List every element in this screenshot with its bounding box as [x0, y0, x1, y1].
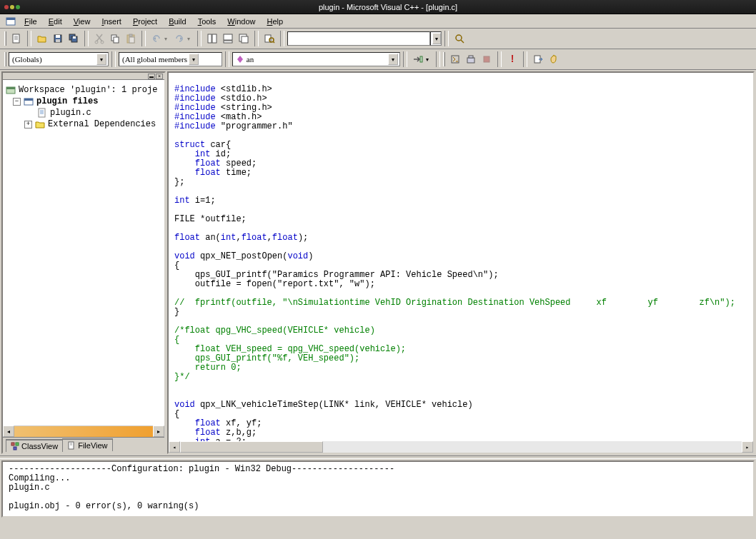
- collapse-icon[interactable]: −: [13, 98, 21, 106]
- tree-project[interactable]: −plugin files: [6, 96, 161, 107]
- workspace-tree[interactable]: Workspace 'plugin': 1 proje −plugin file…: [3, 80, 164, 425]
- goto-dropdown[interactable]: ▾: [426, 56, 433, 63]
- find-combo[interactable]: [287, 31, 430, 46]
- output-window-icon[interactable]: [220, 31, 236, 46]
- go-icon[interactable]: [530, 51, 546, 67]
- titlebar: plugin - Microsoft Visual C++ - [plugin.…: [0, 0, 756, 14]
- members-combo-text: (All global members: [122, 55, 187, 64]
- tree-file-label: plugin.c: [50, 108, 91, 118]
- scroll-track[interactable]: [14, 425, 153, 437]
- menu-file[interactable]: FFileile: [19, 16, 43, 27]
- menu-window[interactable]: Window: [222, 16, 261, 27]
- save-all-icon[interactable]: [66, 31, 81, 46]
- svg-rect-47: [14, 447, 16, 450]
- tree-hscroll[interactable]: ◂ ▸: [3, 425, 164, 437]
- menu-edit[interactable]: Edit: [43, 16, 68, 27]
- undo-icon[interactable]: [149, 31, 164, 46]
- search-icon[interactable]: [452, 31, 467, 46]
- tree-file[interactable]: plugin.c: [6, 107, 161, 119]
- tree-extdep[interactable]: +External Dependencies: [6, 119, 161, 130]
- find-in-files-icon[interactable]: [262, 31, 277, 46]
- output-splitter[interactable]: [0, 455, 756, 459]
- svg-rect-38: [6, 87, 15, 89]
- svg-rect-17: [129, 34, 132, 36]
- editor-scroll-left-icon[interactable]: ◂: [169, 441, 180, 453]
- window-control-dots: [4, 5, 20, 9]
- svg-point-28: [456, 35, 462, 41]
- scope-combo-text: (Globals): [12, 55, 42, 64]
- folder-icon: [35, 119, 45, 129]
- window-title: plugin - Microsoft Visual C++ - [plugin.…: [20, 3, 756, 11]
- svg-rect-1: [6, 18, 15, 20]
- minimize-dot[interactable]: [10, 5, 14, 9]
- tree-workspace[interactable]: Workspace 'plugin': 1 proje: [6, 84, 161, 96]
- stop-build-icon[interactable]: [479, 51, 494, 67]
- copy-icon[interactable]: [107, 31, 123, 46]
- tab-fileview[interactable]: FileView: [62, 438, 112, 451]
- editor-scroll-thumb[interactable]: [180, 441, 323, 453]
- pane-header: ▬ ×: [3, 73, 164, 80]
- toolbar-grip-3[interactable]: [443, 52, 445, 66]
- svg-rect-2: [13, 34, 19, 43]
- svg-rect-32: [467, 58, 474, 63]
- svg-rect-33: [469, 56, 473, 58]
- svg-rect-20: [212, 34, 217, 43]
- output-pane[interactable]: --------------------Configuration: plugi…: [1, 460, 755, 518]
- svg-rect-8: [56, 39, 60, 42]
- symbol-combo[interactable]: an▾: [232, 52, 400, 66]
- pane-close-icon[interactable]: ×: [156, 74, 163, 79]
- workspace-icon[interactable]: [204, 31, 220, 46]
- svg-rect-15: [114, 37, 119, 43]
- redo-dropdown[interactable]: ▾: [187, 36, 194, 42]
- svg-rect-7: [56, 35, 60, 38]
- tab-classview-label: ClassView: [21, 442, 58, 450]
- svg-rect-21: [224, 34, 232, 40]
- redo-icon[interactable]: [171, 31, 187, 46]
- svg-rect-34: [484, 56, 489, 62]
- window-list-icon[interactable]: [236, 31, 252, 46]
- editor-scroll-right-icon[interactable]: ▸: [742, 441, 753, 453]
- menu-view[interactable]: View: [68, 16, 96, 27]
- svg-rect-11: [73, 36, 76, 39]
- menubar: FFileile Edit View Insert Project Build …: [0, 14, 756, 29]
- close-dot[interactable]: [4, 5, 9, 9]
- open-icon[interactable]: [34, 31, 50, 46]
- menu-build[interactable]: Build: [163, 16, 192, 27]
- c-file-icon: [37, 108, 47, 118]
- compile-icon[interactable]: [447, 51, 463, 67]
- svg-line-29: [461, 40, 464, 43]
- breakpoint-hand-icon[interactable]: [546, 51, 562, 67]
- pane-dock-icon[interactable]: ▬: [148, 74, 155, 79]
- members-combo[interactable]: (All global members▾: [119, 52, 222, 66]
- svg-rect-46: [16, 443, 19, 445]
- workspace-tabs: ClassView FileView: [3, 437, 164, 453]
- menu-help[interactable]: Help: [261, 16, 289, 27]
- execute-icon[interactable]: !: [504, 51, 520, 67]
- cut-icon[interactable]: [91, 31, 107, 46]
- svg-rect-19: [208, 34, 212, 43]
- toolbar-grip-2[interactable]: [4, 52, 6, 66]
- toolbar-grip[interactable]: [4, 31, 6, 46]
- undo-dropdown[interactable]: ▾: [164, 36, 171, 42]
- paste-icon[interactable]: [123, 31, 139, 46]
- editor-hscroll[interactable]: ◂ ▸: [169, 441, 753, 453]
- expand-icon[interactable]: +: [24, 121, 32, 129]
- scope-combo[interactable]: (Globals)▾: [9, 52, 109, 66]
- svg-line-27: [273, 41, 274, 43]
- tree-project-label: plugin files: [36, 96, 98, 106]
- menu-tools[interactable]: Tools: [192, 16, 222, 27]
- tab-classview[interactable]: ClassView: [6, 439, 63, 452]
- save-icon[interactable]: [50, 31, 66, 46]
- scroll-left-icon[interactable]: ◂: [3, 425, 14, 437]
- menu-insert[interactable]: Insert: [96, 16, 127, 27]
- find-combo-arrow[interactable]: ▾: [430, 31, 442, 46]
- svg-rect-22: [224, 41, 232, 43]
- new-text-icon[interactable]: [9, 31, 24, 46]
- menu-project[interactable]: Project: [127, 16, 163, 27]
- code-editor[interactable]: #include <stdlib.h> #include <stdio.h> #…: [167, 71, 755, 454]
- goto-icon[interactable]: [410, 51, 426, 67]
- build-icon[interactable]: [463, 51, 479, 67]
- sysmenu-icon[interactable]: [3, 14, 19, 29]
- scroll-right-icon[interactable]: ▸: [153, 425, 164, 437]
- tab-fileview-label: FileView: [78, 441, 107, 450]
